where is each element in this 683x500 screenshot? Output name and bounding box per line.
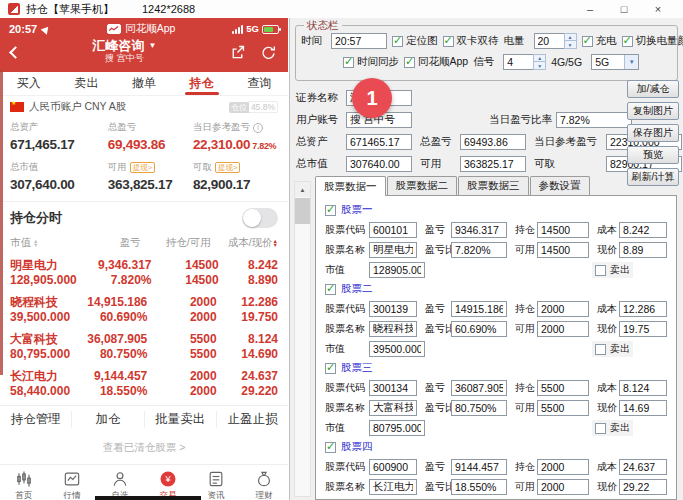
stock-position-input[interactable] [537,222,589,238]
tabbar-item-home[interactable]: 首页 [0,469,48,500]
stock-available-input[interactable] [537,479,589,495]
stock-code-input[interactable] [369,222,417,238]
stock-profit-input[interactable] [451,301,507,317]
stock-price-input[interactable] [619,321,667,337]
available-input[interactable] [460,156,526,172]
refresh-icon[interactable] [260,44,277,61]
holding-row[interactable]: 明星电力 128,905.000 9,346.317 7.820% 14500 … [0,255,288,292]
stock-market-value-input[interactable] [369,341,425,357]
stock-name-input[interactable] [369,321,417,337]
charge-checkbox[interactable]: 充电 [582,34,617,48]
stock-available-input[interactable] [537,242,589,258]
signal-stepper[interactable]: ▲▼ [503,54,546,70]
stock-code-input[interactable] [369,459,417,475]
stock-position-input[interactable] [537,459,589,475]
svg-text:¥: ¥ [164,474,171,484]
action-button[interactable]: 批量卖出 [144,411,216,428]
graph-toggle[interactable] [242,208,278,228]
stock-name-input[interactable] [369,400,417,416]
action-button[interactable]: 持仓管理 [0,411,71,428]
trade-tab[interactable]: 撤单 [115,72,173,95]
share-icon[interactable] [229,44,246,61]
stock-position-input[interactable] [537,301,589,317]
scroll-up-icon[interactable]: ▲ [295,182,310,197]
stock-price-input[interactable] [619,479,667,495]
promo-badge[interactable]: 提现> [130,162,155,173]
summary-cell: 总盈亏 69,493.86 [108,121,193,152]
trade-tab[interactable]: 持仓 [173,72,231,95]
stock-profit-input[interactable] [451,459,507,475]
stock-price-input[interactable] [619,400,667,416]
time-input[interactable] [331,33,387,49]
stock-profit-pct-input[interactable] [451,321,507,337]
day-profit-ratio-input[interactable] [556,112,632,128]
stock-code-input[interactable] [369,380,417,396]
sell-checkbox[interactable]: 卖出 [592,262,633,278]
action-button[interactable]: 加仓 [71,411,143,428]
sell-checkbox[interactable]: 卖出 [592,420,633,436]
tabbar-item-market[interactable]: 行情 [48,469,96,500]
data-tab[interactable]: 参数设置 [530,176,590,195]
chevron-down-icon[interactable]: ▼ [149,39,157,52]
trade-tab[interactable]: 查询 [230,72,288,95]
stock-profit-pct-input[interactable] [451,400,507,416]
trade-tab[interactable]: 卖出 [58,72,116,95]
stock-available-input[interactable] [537,400,589,416]
stock-profit-pct-input[interactable] [451,242,507,258]
stock-cost-input[interactable] [619,459,667,475]
stock-market-value-input[interactable] [369,420,425,436]
sell-checkbox[interactable]: 卖出 [592,341,633,357]
stock-checkbox[interactable] [325,363,336,374]
stock-profit-pct-input[interactable] [451,479,507,495]
side-button[interactable]: 保存图片 [627,124,679,142]
stock-available-input[interactable] [537,321,589,337]
minimize-icon[interactable]: – [573,3,607,15]
cleared-stocks-link[interactable]: 查看已清仓股票 > [0,432,288,464]
total-assets-input[interactable] [346,134,412,150]
stock-cost-input[interactable] [619,380,667,396]
holding-row[interactable]: 大富科技 80,795.000 36,087.905 80.750% 5500 … [0,329,288,366]
scroll-thumb[interactable] [295,198,310,224]
location-checkbox[interactable]: 定位图 [392,34,438,48]
action-button[interactable]: 止盈止损 [216,411,288,428]
stock-code-input[interactable] [369,301,417,317]
network-select[interactable]: 5G ▼ [591,54,639,70]
data-tab[interactable]: 股票数据三 [458,176,529,195]
scrollbar[interactable]: ▲ [294,181,311,497]
promo-badge[interactable]: 提现> [215,162,240,173]
side-button[interactable]: 复制图片 [627,102,679,120]
data-tab[interactable]: 股票数据一 [315,176,386,196]
stock-price-input[interactable] [619,242,667,258]
trade-tab[interactable]: 买入 [0,72,58,95]
data-tab[interactable]: 股票数据二 [387,176,458,195]
tabbar-item-wealth[interactable]: 理财 [240,469,288,500]
info-icon[interactable] [253,123,263,133]
maximize-icon[interactable]: □ [607,3,641,15]
holding-row[interactable]: 长江电力 58,440.000 9,144.457 18.550% 2000 2… [0,366,288,403]
stock-profit-input[interactable] [451,222,507,238]
market-value-input[interactable] [346,156,412,172]
battery-stepper[interactable]: ▲▼ [534,33,577,49]
stock-checkbox[interactable] [325,284,336,295]
total-profit-input[interactable] [460,134,526,150]
stock-cost-input[interactable] [619,301,667,317]
stock-checkbox[interactable] [325,205,336,216]
dualsim-checkbox[interactable]: 双卡双待 [443,34,499,48]
side-button[interactable]: 预览 [627,146,679,164]
stock-market-value-input[interactable] [369,262,425,278]
stock-profit-input[interactable] [451,380,507,396]
holding-row[interactable]: 晓程科技 39,500.000 14,915.186 60.690% 2000 … [0,292,288,329]
sort-icon[interactable] [273,239,278,247]
side-button[interactable]: 加/减仓 [627,80,679,98]
close-icon[interactable]: × [641,3,675,15]
stock-cost-input[interactable] [619,222,667,238]
stock-name-input[interactable] [369,479,417,495]
stock-checkbox[interactable] [325,442,336,453]
broker-title[interactable]: 汇峰咨询 [93,39,145,52]
stock-position-input[interactable] [537,380,589,396]
sort-icon[interactable] [33,239,38,247]
stock-name-input[interactable] [369,242,417,258]
battery-color-checkbox[interactable]: 切换电量颜色 [622,34,683,48]
ths-app-checkbox[interactable]: 同花顺App [404,55,468,69]
timesync-checkbox[interactable]: 时间同步 [343,55,399,69]
